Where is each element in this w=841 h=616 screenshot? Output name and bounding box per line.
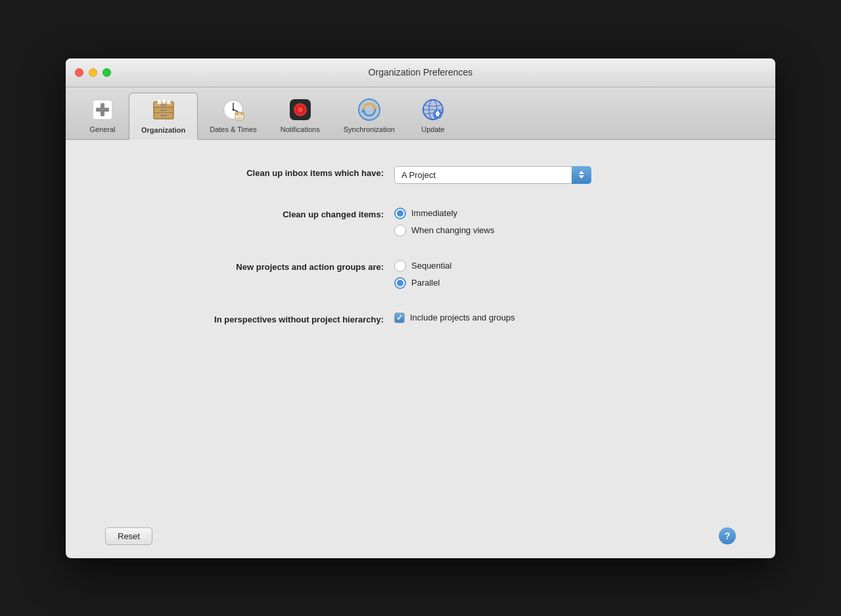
svg-rect-5 xyxy=(154,107,173,108)
radio-immediately-btn[interactable] xyxy=(394,208,406,219)
tab-synchronization-label: Synchronization xyxy=(344,125,395,133)
perspectives-label: In perspectives without project hierarch… xyxy=(105,313,394,326)
radio-when-changing[interactable]: When changing views xyxy=(394,225,494,236)
radio-immediately-label: Immediately xyxy=(411,208,457,218)
content-area: Clean up inbox items which have: A Proje… xyxy=(66,140,775,521)
tab-dates-times-label: Dates & Times xyxy=(210,125,257,133)
help-button[interactable]: ? xyxy=(719,527,736,544)
window-title: Organization Preferences xyxy=(369,67,473,77)
perspectives-control: ✓ Include projects and groups xyxy=(394,313,515,323)
tab-update-label: Update xyxy=(421,125,444,133)
cleanup-inbox-row: Clean up inbox items which have: A Proje… xyxy=(105,166,736,184)
radio-parallel-btn[interactable] xyxy=(394,277,406,289)
footer: Reset ? xyxy=(66,521,775,558)
tab-organization[interactable]: Organization xyxy=(129,93,198,140)
checkbox-include-projects[interactable]: ✓ Include projects and groups xyxy=(394,313,515,323)
checkbox-include-projects-label: Include projects and groups xyxy=(410,313,515,322)
traffic-lights xyxy=(75,68,111,77)
tab-general[interactable]: General xyxy=(76,93,129,139)
svg-rect-11 xyxy=(162,99,166,103)
tab-organization-label: Organization xyxy=(141,126,185,134)
tab-update[interactable]: Update xyxy=(407,93,459,139)
tab-synchronization[interactable]: Synchronization xyxy=(332,93,407,139)
svg-point-25 xyxy=(298,107,303,112)
cleanup-inbox-label: Clean up inbox items which have: xyxy=(105,166,394,179)
radio-immediately-inner xyxy=(397,210,403,217)
synchronization-icon xyxy=(356,97,382,123)
cleanup-changed-label: Clean up changed items: xyxy=(105,208,394,221)
tab-general-label: General xyxy=(89,125,115,133)
titlebar: Organization Preferences xyxy=(66,58,775,87)
svg-rect-8 xyxy=(160,110,167,111)
radio-sequential[interactable]: Sequential xyxy=(394,260,451,272)
reset-button[interactable]: Reset xyxy=(105,527,152,545)
new-projects-control: Sequential Parallel xyxy=(394,260,451,289)
maximize-button[interactable] xyxy=(102,68,111,77)
radio-parallel-label: Parallel xyxy=(411,278,440,288)
general-icon xyxy=(89,97,116,123)
notifications-icon xyxy=(287,97,313,123)
svg-rect-12 xyxy=(167,100,170,104)
cleanup-inbox-select-wrapper: A Project An Estimated Duration A Due Da… xyxy=(394,166,591,184)
preferences-window: Organization Preferences General xyxy=(66,58,775,558)
tab-notifications[interactable]: Notifications xyxy=(269,93,332,139)
radio-immediately[interactable]: Immediately xyxy=(394,208,494,219)
dates-times-icon: 18 ● ● ● xyxy=(220,97,246,123)
close-button[interactable] xyxy=(75,68,83,77)
cleanup-inbox-control: A Project An Estimated Duration A Due Da… xyxy=(394,166,591,184)
svg-rect-10 xyxy=(158,99,161,104)
tab-notifications-label: Notifications xyxy=(281,125,320,133)
minimize-button[interactable] xyxy=(89,68,97,77)
radio-sequential-label: Sequential xyxy=(411,261,451,271)
perspectives-row: In perspectives without project hierarch… xyxy=(105,313,736,326)
cleanup-changed-row: Clean up changed items: Immediately When… xyxy=(105,208,736,236)
svg-text:● ● ●: ● ● ● xyxy=(237,117,242,120)
tab-dates-times[interactable]: 18 ● ● ● Dates & Times xyxy=(198,93,269,139)
checkbox-include-projects-btn[interactable]: ✓ xyxy=(394,313,405,323)
svg-point-17 xyxy=(233,108,235,110)
new-projects-row: New projects and action groups are: Sequ… xyxy=(105,260,736,289)
new-projects-label: New projects and action groups are: xyxy=(105,260,394,273)
cleanup-inbox-select[interactable]: A Project An Estimated Duration A Due Da… xyxy=(394,166,591,184)
radio-when-changing-btn[interactable] xyxy=(394,225,406,236)
svg-rect-7 xyxy=(160,104,167,106)
checkbox-checkmark: ✓ xyxy=(396,314,403,322)
svg-rect-36 xyxy=(436,114,439,116)
organization-icon xyxy=(150,97,177,123)
svg-text:18: 18 xyxy=(239,113,241,116)
svg-rect-6 xyxy=(154,112,173,113)
radio-when-changing-label: When changing views xyxy=(411,225,494,235)
radio-sequential-btn[interactable] xyxy=(394,260,406,272)
cleanup-changed-control: Immediately When changing views xyxy=(394,208,494,236)
radio-parallel[interactable]: Parallel xyxy=(394,277,451,289)
svg-rect-2 xyxy=(96,108,109,112)
svg-rect-9 xyxy=(160,115,167,116)
update-icon xyxy=(420,97,446,123)
radio-parallel-inner xyxy=(397,280,403,286)
toolbar: General xyxy=(66,87,775,140)
